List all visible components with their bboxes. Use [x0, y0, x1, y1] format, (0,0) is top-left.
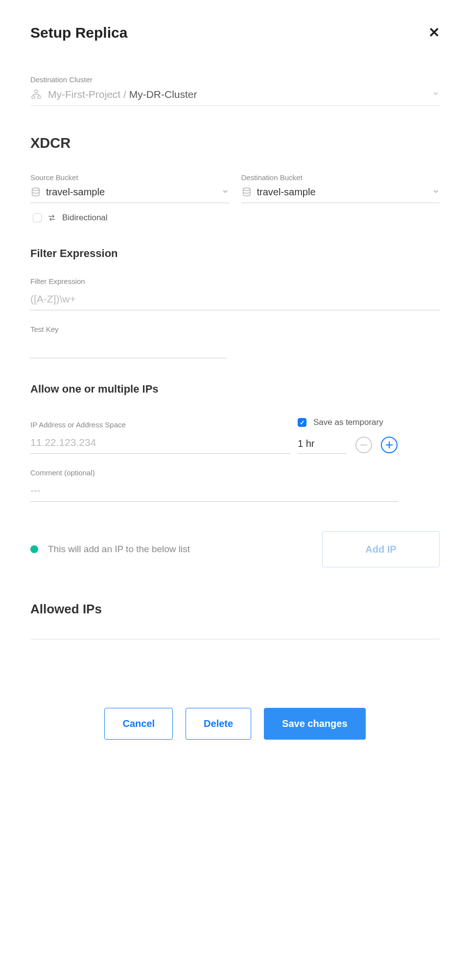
- ip-address-label: IP Address or Address Space: [30, 420, 291, 429]
- chevron-down-icon: [432, 187, 440, 197]
- svg-rect-1: [32, 96, 35, 98]
- chevron-down-icon: [432, 90, 440, 99]
- bidirectional-label: Bidirectional: [62, 213, 108, 223]
- source-bucket-label: Source Bucket: [30, 173, 229, 182]
- bidirectional-checkbox[interactable]: [33, 213, 42, 222]
- hint-dot-icon: [30, 545, 38, 553]
- source-bucket-value: travel-sample: [46, 187, 221, 198]
- ip-address-input[interactable]: [30, 434, 291, 454]
- filter-expression-input[interactable]: [30, 290, 440, 310]
- add-ip-hint-text: This will add an IP to the below list: [48, 542, 312, 557]
- svg-rect-0: [35, 90, 38, 93]
- chevron-down-icon: [221, 187, 229, 197]
- cluster-name: My-DR-Cluster: [129, 89, 197, 100]
- add-ip-button[interactable]: Add IP: [322, 531, 440, 567]
- plus-icon-v: [389, 442, 390, 448]
- bidirectional-icon: [47, 214, 56, 221]
- project-path: My-First-Project /: [48, 89, 129, 100]
- xdcr-title: XDCR: [30, 135, 440, 151]
- allowed-ips-divider: [30, 639, 440, 639]
- source-bucket-dropdown[interactable]: travel-sample: [30, 187, 229, 203]
- allow-ips-title: Allow one or multiple IPs: [30, 383, 440, 396]
- save-temporary-checkbox[interactable]: [298, 418, 306, 427]
- test-key-label: Test Key: [30, 325, 227, 333]
- destination-bucket-value: travel-sample: [257, 187, 432, 198]
- destination-bucket-dropdown[interactable]: travel-sample: [241, 187, 440, 203]
- comment-input[interactable]: [30, 482, 399, 502]
- destination-cluster-dropdown[interactable]: My-First-Project / My-DR-Cluster: [30, 89, 440, 106]
- page-title: Setup Replica: [30, 24, 127, 41]
- close-icon[interactable]: ✕: [428, 26, 440, 40]
- cluster-icon: [30, 89, 42, 100]
- svg-point-4: [243, 187, 250, 190]
- destination-cluster-label: Destination Cluster: [30, 75, 440, 84]
- comment-label: Comment (optional): [30, 468, 399, 477]
- minus-icon: [360, 444, 367, 446]
- destination-bucket-label: Destination Bucket: [241, 173, 440, 182]
- allowed-ips-title: Allowed IPs: [30, 602, 440, 617]
- duration-input[interactable]: [298, 436, 347, 454]
- test-key-input[interactable]: [30, 338, 227, 358]
- svg-point-3: [32, 187, 40, 190]
- database-icon: [30, 187, 41, 198]
- save-temporary-label: Save as temporary: [313, 418, 383, 427]
- cancel-button[interactable]: Cancel: [104, 708, 173, 740]
- save-changes-button[interactable]: Save changes: [264, 708, 365, 740]
- delete-button[interactable]: Delete: [186, 708, 251, 740]
- database-icon: [241, 187, 252, 198]
- filter-expression-label: Filter Expression: [30, 277, 440, 285]
- svg-rect-2: [38, 96, 41, 98]
- filter-expression-title: Filter Expression: [30, 247, 440, 260]
- decrease-duration-button[interactable]: [355, 437, 372, 453]
- increase-duration-button[interactable]: [381, 437, 398, 453]
